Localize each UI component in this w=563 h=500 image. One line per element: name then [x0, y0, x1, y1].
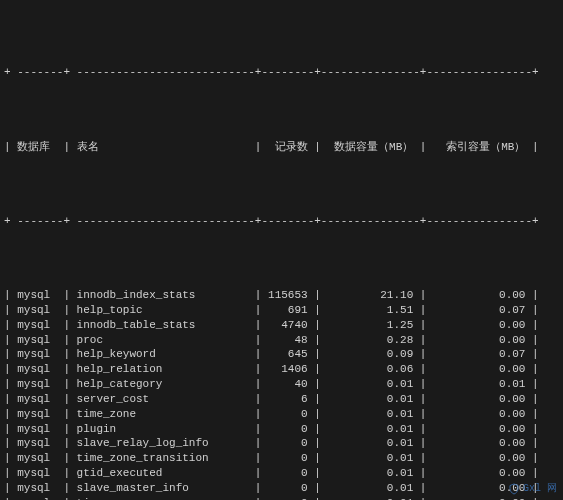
- cell-data: 0.01: [321, 481, 420, 496]
- col-data: 数据容量（MB）: [321, 140, 420, 155]
- cell-db: mysql: [11, 496, 64, 500]
- watermark-text: Gxl 网: [523, 482, 557, 496]
- cell-idx: 0.01: [426, 377, 532, 392]
- table-row: |mysql|innodb_table_stats|4740|1.25|0.00…: [4, 318, 559, 333]
- cell-rows: 4740: [261, 318, 314, 333]
- cell-db: mysql: [11, 303, 64, 318]
- cell-table: slave_relay_log_info: [70, 436, 255, 451]
- cell-db: mysql: [11, 288, 64, 303]
- cell-table: help_topic: [70, 303, 255, 318]
- terminal-output: +-------- +---------------------------- …: [0, 0, 563, 500]
- cell-rows: 0: [261, 422, 314, 437]
- cell-data: 21.10: [321, 288, 420, 303]
- table-row: |mysql|slave_relay_log_info|0|0.01|0.00|: [4, 436, 559, 451]
- cell-rows: 0: [261, 436, 314, 451]
- cell-data: 0.01: [321, 422, 420, 437]
- cell-db: mysql: [11, 422, 64, 437]
- cell-rows: 115653: [261, 288, 314, 303]
- watermark: Gxl 网: [508, 482, 557, 496]
- cell-db: mysql: [11, 436, 64, 451]
- cell-db: mysql: [11, 466, 64, 481]
- table-body: |mysql|innodb_index_stats|115653|21.10|0…: [4, 288, 559, 500]
- cell-table: time_zone_transition: [70, 451, 255, 466]
- table-row: |mysql|time_zone_name|0|0.01|0.00|: [4, 496, 559, 500]
- shield-icon: [508, 482, 520, 496]
- cell-rows: 691: [261, 303, 314, 318]
- cell-rows: 645: [261, 347, 314, 362]
- cell-rows: 0: [261, 496, 314, 500]
- cell-idx: 0.00: [426, 288, 532, 303]
- cell-db: mysql: [11, 362, 64, 377]
- cell-idx: 0.00: [426, 318, 532, 333]
- cell-data: 0.01: [321, 466, 420, 481]
- cell-rows: 1406: [261, 362, 314, 377]
- cell-idx: 0.07: [426, 303, 532, 318]
- table-row: |mysql|innodb_index_stats|115653|21.10|0…: [4, 288, 559, 303]
- cell-db: mysql: [11, 377, 64, 392]
- cell-table: innodb_table_stats: [70, 318, 255, 333]
- cell-table: innodb_index_stats: [70, 288, 255, 303]
- table-row: |mysql|proc|48|0.28|0.00|: [4, 333, 559, 348]
- cell-data: 0.01: [321, 407, 420, 422]
- table-row: |mysql|slave_master_info|0|0.01|0.00|: [4, 481, 559, 496]
- cell-rows: 0: [261, 466, 314, 481]
- cell-table: help_relation: [70, 362, 255, 377]
- cell-db: mysql: [11, 407, 64, 422]
- cell-table: proc: [70, 333, 255, 348]
- cell-data: 0.01: [321, 436, 420, 451]
- cell-db: mysql: [11, 318, 64, 333]
- cell-table: time_zone_name: [70, 496, 255, 500]
- cell-idx: 0.00: [426, 392, 532, 407]
- table-divider-header: +-------- +---------------------------- …: [4, 214, 559, 229]
- table-row: |mysql|help_keyword|645|0.09|0.07|: [4, 347, 559, 362]
- cell-data: 0.28: [321, 333, 420, 348]
- cell-table: time_zone: [70, 407, 255, 422]
- cell-data: 0.01: [321, 377, 420, 392]
- col-table: 表名: [70, 140, 255, 155]
- cell-table: slave_master_info: [70, 481, 255, 496]
- cell-idx: 0.00: [426, 407, 532, 422]
- table-header: |数据库 |表名 |记录数 |数据容量（MB） |索引容量（MB） |: [4, 140, 559, 155]
- cell-data: 1.51: [321, 303, 420, 318]
- cell-idx: 0.00: [426, 362, 532, 377]
- cell-data: 0.01: [321, 451, 420, 466]
- cell-rows: 0: [261, 451, 314, 466]
- cell-rows: 40: [261, 377, 314, 392]
- table-row: |mysql|help_relation|1406|0.06|0.00|: [4, 362, 559, 377]
- cell-idx: 0.00: [426, 466, 532, 481]
- col-idx: 索引容量（MB）: [426, 140, 532, 155]
- cell-table: gtid_executed: [70, 466, 255, 481]
- table-row: |mysql|plugin|0|0.01|0.00|: [4, 422, 559, 437]
- cell-data: 0.06: [321, 362, 420, 377]
- cell-rows: 6: [261, 392, 314, 407]
- cell-idx: 0.00: [426, 422, 532, 437]
- cell-table: server_cost: [70, 392, 255, 407]
- cell-db: mysql: [11, 481, 64, 496]
- cell-db: mysql: [11, 347, 64, 362]
- cell-db: mysql: [11, 333, 64, 348]
- cell-rows: 48: [261, 333, 314, 348]
- table-row: |mysql|help_category|40|0.01|0.01|: [4, 377, 559, 392]
- table-row: |mysql|gtid_executed|0|0.01|0.00|: [4, 466, 559, 481]
- cell-idx: 0.00: [426, 436, 532, 451]
- cell-idx: 0.00: [426, 333, 532, 348]
- table-row: |mysql|help_topic|691|1.51|0.07|: [4, 303, 559, 318]
- cell-data: 0.01: [321, 392, 420, 407]
- cell-table: help_category: [70, 377, 255, 392]
- col-db: 数据库: [11, 140, 64, 155]
- table-divider-top: +-------- +---------------------------- …: [4, 65, 559, 80]
- cell-idx: 0.00: [426, 496, 532, 500]
- cell-idx: 0.07: [426, 347, 532, 362]
- cell-table: plugin: [70, 422, 255, 437]
- cell-idx: 0.00: [426, 451, 532, 466]
- table-row: |mysql|time_zone_transition|0|0.01|0.00|: [4, 451, 559, 466]
- cell-rows: 0: [261, 481, 314, 496]
- table-row: |mysql|server_cost|6|0.01|0.00|: [4, 392, 559, 407]
- col-rows: 记录数: [261, 140, 314, 155]
- cell-data: 1.25: [321, 318, 420, 333]
- cell-data: 0.01: [321, 496, 420, 500]
- cell-data: 0.09: [321, 347, 420, 362]
- cell-rows: 0: [261, 407, 314, 422]
- cell-db: mysql: [11, 392, 64, 407]
- table-row: |mysql|time_zone|0|0.01|0.00|: [4, 407, 559, 422]
